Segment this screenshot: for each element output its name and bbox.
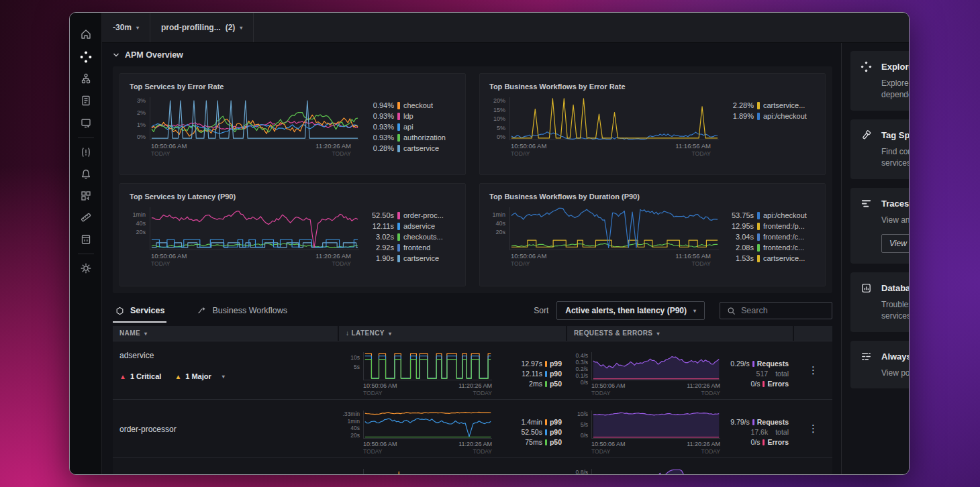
table-row-adservice[interactable]: adservice ▲ 1 Critical ▲ 1 Major ▾ 10s5s… xyxy=(113,341,832,399)
card-explore[interactable]: Explore Explore service dependencies xyxy=(850,51,909,111)
legend-item[interactable]: 0.93%authorization xyxy=(364,133,457,142)
chart-panel-workflows-duration: Top Business Workflows by Duration (P90)… xyxy=(479,183,826,286)
dashboards-icon[interactable] xyxy=(79,116,93,129)
plot-area[interactable] xyxy=(509,97,719,140)
tab-business-workflows[interactable]: Business Workflows xyxy=(195,300,289,321)
legend-swatch xyxy=(757,255,760,262)
y-axis: 0.8/s0.6/s xyxy=(567,469,591,475)
legend-item[interactable]: 1.53scartservice... xyxy=(724,254,817,262)
legend-swatch xyxy=(397,123,400,131)
left-nav-rail xyxy=(70,13,102,474)
legend-item[interactable]: 3.04sfrontend:/c... xyxy=(724,233,817,241)
legend-swatch xyxy=(757,244,760,252)
stat-swatch xyxy=(763,439,765,445)
x-axis: 10:50:06 AMTODAY 11:20:26 AMTODAY xyxy=(150,140,359,157)
legend-item[interactable]: 0.93%api xyxy=(364,123,457,131)
environment-name: prod-profiling... xyxy=(161,23,221,32)
latency-stats: 1.4minp99 52.50sp90 75msp50 xyxy=(492,411,567,457)
storage-box-icon[interactable] xyxy=(79,233,93,246)
legend-item[interactable]: 1.90scartservice xyxy=(364,254,457,262)
plot-area[interactable] xyxy=(509,207,719,250)
legend-item[interactable]: 52.50sorder-proc... xyxy=(364,211,457,219)
legend-swatch xyxy=(757,212,760,219)
search-box[interactable] xyxy=(720,302,832,319)
legend-swatch xyxy=(397,212,400,219)
legend-item[interactable]: 0.28%cartservice xyxy=(364,144,457,152)
top-bar: -30m ▾ prod-profiling... (2) ▾ xyxy=(102,13,909,43)
x-axis: 10:50:06 AMTODAY 11:20:26 AMTODAY xyxy=(591,439,720,455)
search-input[interactable] xyxy=(741,306,815,315)
notifications-bell-icon[interactable] xyxy=(79,168,93,181)
sort-dropdown[interactable]: Active alerts, then latency (P90) ▾ xyxy=(556,301,705,320)
latency-sparkline[interactable] xyxy=(363,469,492,475)
tab-services[interactable]: Services xyxy=(113,300,166,321)
table-row-partial[interactable]: 0.8/s0.6/s xyxy=(113,457,832,475)
stat-swatch xyxy=(752,419,754,425)
plot-area[interactable] xyxy=(150,97,359,140)
card-traces[interactable]: Traces View and search traces View Trace… xyxy=(850,188,909,264)
requests-sparkline[interactable] xyxy=(591,411,720,439)
environment-tab[interactable]: prod-profiling... (2) ▾ xyxy=(150,13,254,42)
chart-legend: 0.94%checkout 0.93%ldp 0.93%api 0.93%aut… xyxy=(359,97,460,157)
x-axis: 10:50:06 AMTODAY 11:20:26 AMTODAY xyxy=(363,380,492,396)
legend-item[interactable]: 3.02scheckouts... xyxy=(364,233,457,241)
view-traces-button[interactable]: View Traces xyxy=(881,234,909,253)
requests-sparkline[interactable] xyxy=(591,352,720,380)
legend-item[interactable]: 2.92sfrontend xyxy=(364,243,457,252)
stat-swatch xyxy=(545,381,547,387)
time-range-picker[interactable]: -30m ▾ xyxy=(102,13,150,42)
column-header-name[interactable]: NAME▾ xyxy=(113,326,338,341)
card-alwayson-profiling[interactable]: AlwaysOn Profiling View potential issues xyxy=(850,341,909,388)
legend-item[interactable]: 53.75sapi:/checkout xyxy=(724,211,817,219)
database-icon xyxy=(860,282,873,294)
alerts-icon[interactable] xyxy=(79,146,93,159)
latency-sparkline[interactable] xyxy=(363,352,492,380)
apps-grid-icon[interactable] xyxy=(79,189,93,203)
row-menu-kebab-icon[interactable]: ⋮ xyxy=(808,423,818,435)
table-row-order-processor[interactable]: order-processor .33min1min40s20s 10:50:0… xyxy=(113,399,832,457)
environment-count: (2) xyxy=(226,23,236,32)
plot-area[interactable] xyxy=(150,207,359,250)
legend-item[interactable]: 12.95sfrontend:/p... xyxy=(724,222,817,230)
search-icon xyxy=(727,307,736,315)
legend-item[interactable]: 2.28%cartservice... xyxy=(724,101,817,109)
latency-sparkline[interactable] xyxy=(363,411,492,439)
stat-swatch xyxy=(545,439,547,445)
y-axis: 0.4/s0.3/s0.2/s0.1/s0/s xyxy=(567,352,591,380)
legend-item[interactable]: 1.89%api:/checkout xyxy=(724,112,817,120)
logs-icon[interactable] xyxy=(79,94,93,107)
legend-swatch xyxy=(397,134,400,142)
service-name[interactable]: order-processor xyxy=(119,425,339,434)
legend-item[interactable]: 12.11sadservice xyxy=(364,222,457,230)
legend-item[interactable]: 0.94%checkout xyxy=(364,101,457,109)
chart-panel-services-error-rate: Top Services by Error Rate 3%2%1%0% 10:5… xyxy=(119,73,466,175)
dependencies-icon[interactable] xyxy=(79,72,93,86)
requests-sparkline[interactable] xyxy=(591,469,720,475)
legend-item[interactable]: 2.08sfrontend:/c... xyxy=(724,243,817,252)
legend-swatch xyxy=(757,223,760,230)
y-axis: 10s5s xyxy=(339,352,363,380)
card-tag-spotlight[interactable]: Tag Spotlight Find connections in tags a… xyxy=(850,119,909,179)
alerts-summary[interactable]: ▲ 1 Critical ▲ 1 Major ▾ xyxy=(119,372,339,380)
column-header-requests[interactable]: REQUESTS & ERRORS▾ xyxy=(567,326,793,341)
chevron-down-icon: ▾ xyxy=(656,331,659,337)
legend-swatch xyxy=(757,102,760,109)
column-header-latency[interactable]: ↓ LATENCY▾ xyxy=(339,326,566,341)
legend-item[interactable]: 0.93%ldp xyxy=(364,112,457,120)
major-alert-label: 1 Major xyxy=(185,372,211,380)
apm-overview-toggle[interactable]: APM Overview xyxy=(113,50,183,60)
settings-gear-icon[interactable] xyxy=(79,262,93,275)
row-menu-kebab-icon[interactable]: ⋮ xyxy=(808,364,818,376)
home-icon[interactable] xyxy=(79,28,93,41)
apm-service-map-icon[interactable] xyxy=(79,50,93,64)
card-databases[interactable]: Databases Troubleshoot queries in your s… xyxy=(850,272,909,332)
x-axis: 10:50:06 AMTODAY 11:20:26 AMTODAY xyxy=(150,250,359,267)
measure-ruler-icon[interactable] xyxy=(79,211,93,224)
x-axis: 10:50:06 AMTODAY 11:20:26 AMTODAY xyxy=(591,380,720,396)
list-toolbar: Services Business Workflows Sort Active … xyxy=(113,300,832,321)
x-axis: 10:50:06 AMTODAY 11:20:26 AMTODAY xyxy=(363,439,492,455)
stat-swatch xyxy=(763,381,765,387)
chevron-down-icon: ▾ xyxy=(136,25,139,31)
service-name[interactable]: adservice xyxy=(119,351,339,360)
chart-panel-workflows-error-rate: Top Business Workflows by Error Rate 20%… xyxy=(479,73,826,175)
